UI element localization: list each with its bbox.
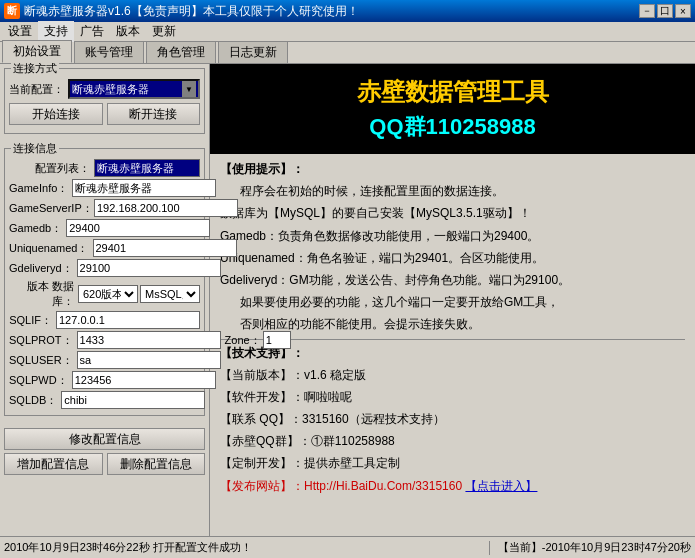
zone-input[interactable] [263, 331, 291, 349]
menu-bar: 设置 支持 广告 版本 更新 [0, 22, 695, 42]
start-connect-button[interactable]: 开始连接 [9, 103, 103, 125]
sqlpwd-label: SQLPWD： [9, 373, 72, 388]
title-text: 断魂赤壁服务器v1.6【免责声明】本工具仅限于个人研究使用！ [24, 3, 359, 20]
help-item-0: 程序会在初始的时候，连接配置里面的数据连接。 [220, 182, 685, 201]
banner-qq: QQ群110258988 [369, 112, 535, 142]
tech-website: 【发布网站】：Http://Hi.BaiDu.Com/3315160 【点击进入… [220, 477, 685, 496]
help-title: 【使用提示】： [220, 162, 304, 176]
help-item-1: 数据库为【MySQL】的要自己安装【MySQL3.5.1驱动】！ [220, 204, 685, 223]
sqluser-input[interactable] [77, 351, 221, 369]
gameserverip-label: GameServerIP： [9, 201, 94, 216]
tech-developer: 【软件开发】：啊啦啦呢 [220, 388, 685, 407]
menu-settings[interactable]: 设置 [2, 21, 38, 42]
connection-mode-title: 连接方式 [11, 61, 59, 76]
tech-website-label: 【发布网站】：Http://Hi.BaiDu.Com/3315160 [220, 479, 462, 493]
menu-ads[interactable]: 广告 [74, 21, 110, 42]
banner: 赤壁数据管理工具 QQ群110258988 [210, 64, 695, 154]
mysql-select[interactable]: MsSQL库 MySQL库 [140, 285, 200, 303]
uniquenamed-label: Uniquenamed： [9, 241, 93, 256]
tech-qq: 【联系 QQ】：3315160（远程技术支持） [220, 410, 685, 429]
tech-qq-group: 【赤壁QQ群】：①群110258988 [220, 432, 685, 451]
connection-info-group: 连接信息 配置列表： 断魂赤壁服务器 GameInfo： GameServerI… [4, 148, 205, 416]
help-item-3: Uniquenamed：角色名验证，端口为29401。合区功能使用。 [220, 249, 685, 268]
title-bar: 断 断魂赤壁服务器v1.6【免责声明】本工具仅限于个人研究使用！ － 口 × [0, 0, 695, 22]
zone-label: Zone： [225, 333, 261, 348]
tech-version: 【当前版本】：v1.6 稳定版 [220, 366, 685, 385]
status-divider [489, 541, 490, 555]
version-select[interactable]: 620版本 520版本 [78, 285, 138, 303]
gameinfo-input[interactable] [72, 179, 216, 197]
modify-config-button[interactable]: 修改配置信息 [4, 428, 205, 450]
config-list-input[interactable]: 断魂赤壁服务器 [94, 159, 200, 177]
disconnect-button[interactable]: 断开连接 [107, 103, 201, 125]
tech-website-link[interactable]: 【点击进入】 [465, 479, 537, 493]
maximize-button[interactable]: 口 [657, 4, 673, 18]
sqlprt-input[interactable] [77, 331, 221, 349]
close-button[interactable]: × [675, 4, 691, 18]
status-left-text: 2010年10月9日23时46分22秒 打开配置文件成功！ [4, 540, 481, 555]
gdeliveryd-input[interactable] [77, 259, 221, 277]
connection-mode-group: 连接方式 当前配置： 断魂赤壁服务器 ▼ 开始连接 断开连接 [4, 68, 205, 134]
gameserverip-input[interactable] [94, 199, 238, 217]
sqldb-label: SQLDB： [9, 393, 61, 408]
help-item-2: Gamedb：负责角色数据修改功能使用，一般端口为29400。 [220, 227, 685, 246]
add-config-button[interactable]: 增加配置信息 [4, 453, 103, 475]
tab-account-mgmt[interactable]: 账号管理 [74, 41, 144, 63]
current-config-label: 当前配置： [9, 82, 64, 97]
sqlif-input[interactable] [56, 311, 200, 329]
current-config-combo[interactable]: 断魂赤壁服务器 ▼ [68, 79, 200, 99]
banner-qq-label: QQ群 [369, 114, 425, 139]
left-panel: 连接方式 当前配置： 断魂赤壁服务器 ▼ 开始连接 断开连接 连接信息 配置列表… [0, 64, 210, 536]
tech-support: 【技术支持】： 【当前版本】：v1.6 稳定版 【软件开发】：啊啦啦呢 【联系 … [220, 344, 685, 496]
menu-support[interactable]: 支持 [38, 21, 74, 42]
sqluser-label: SQLUSER： [9, 353, 77, 368]
version-db-label: 版本 数据库： [9, 279, 78, 309]
current-config-value: 断魂赤壁服务器 [72, 82, 149, 97]
banner-qq-number: 110258988 [426, 114, 536, 139]
gdeliveryd-label: Gdeliveryd： [9, 261, 77, 276]
minimize-button[interactable]: － [639, 4, 655, 18]
banner-title-2: 数据管理工具 [405, 78, 549, 105]
tech-custom: 【定制开发】：提供赤壁工具定制 [220, 454, 685, 473]
help-item-4: Gdeliveryd：GM功能，发送公告、封停角色功能。端口为29100。 [220, 271, 685, 290]
status-bar: 2010年10月9日23时46分22秒 打开配置文件成功！ 【当前】-2010年… [0, 536, 695, 558]
config-list-label: 配置列表： [9, 161, 94, 176]
app-icon: 断 [4, 3, 20, 19]
banner-title-1: 赤壁 [357, 78, 405, 105]
menu-update[interactable]: 更新 [146, 21, 182, 42]
tab-role-mgmt[interactable]: 角色管理 [146, 41, 216, 63]
sqlprt-label: SQLPROT： [9, 333, 77, 348]
tab-initial-setup[interactable]: 初始设置 [2, 40, 72, 63]
delete-config-button[interactable]: 删除配置信息 [107, 453, 206, 475]
sqlpwd-input[interactable] [72, 371, 216, 389]
sqldb-input[interactable] [61, 391, 205, 409]
right-panel: 赤壁数据管理工具 QQ群110258988 【使用提示】： 程序会在初始的时候，… [210, 64, 695, 536]
gameinfo-label: GameInfo： [9, 181, 72, 196]
help-item-5: 如果要使用必要的功能，这几个端口一定要开放给GM工具， [220, 293, 685, 312]
tab-bar: 初始设置 账号管理 角色管理 日志更新 [0, 42, 695, 64]
tab-log-update[interactable]: 日志更新 [218, 41, 288, 63]
banner-title: 赤壁数据管理工具 [357, 76, 549, 108]
menu-version[interactable]: 版本 [110, 21, 146, 42]
gamedb-input[interactable] [66, 219, 210, 237]
sqlif-label: SQLIF： [9, 313, 56, 328]
uniquenamed-input[interactable] [93, 239, 237, 257]
gamedb-label: Gamedb： [9, 221, 66, 236]
connection-info-title: 连接信息 [11, 141, 59, 156]
status-right-text: 【当前】-2010年10月9日23时47分20秒 [498, 540, 691, 555]
